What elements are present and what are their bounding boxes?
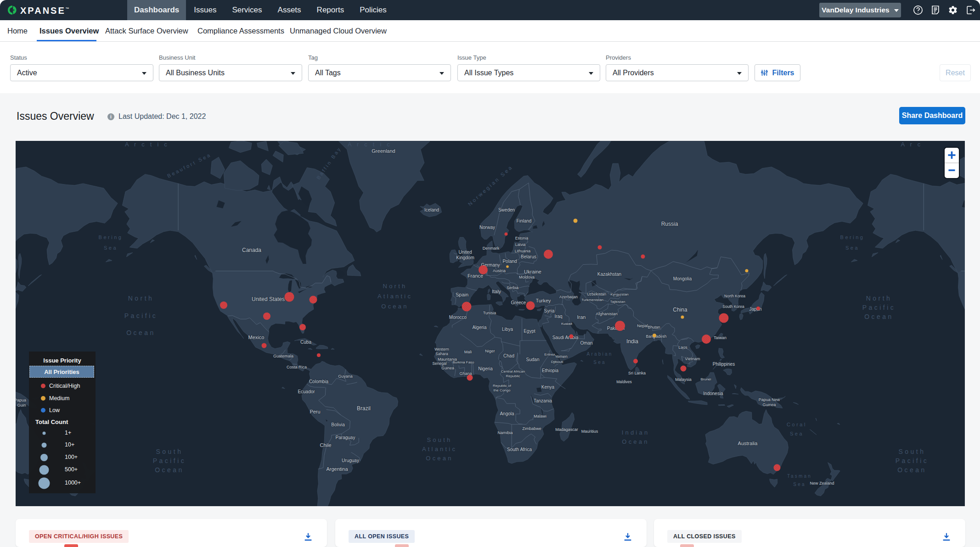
svg-text:Greece: Greece	[511, 300, 526, 305]
svg-text:India: India	[626, 338, 638, 345]
svg-text:Papua: Papua	[16, 398, 26, 402]
svg-text:Morocco: Morocco	[449, 315, 467, 320]
svg-text:Djibouti: Djibouti	[551, 360, 563, 364]
svg-text:Turkey: Turkey	[535, 298, 551, 303]
svg-text:Brunei: Brunei	[700, 377, 711, 381]
svg-text:Mexico: Mexico	[248, 335, 265, 340]
svg-text:Coral: Coral	[787, 422, 807, 427]
svg-text:Philippines: Philippines	[713, 362, 735, 367]
svg-text:A r c t i c: A r c t i c	[348, 141, 392, 148]
svg-text:Guinea: Guinea	[441, 366, 454, 370]
svg-text:Mongolia: Mongolia	[673, 276, 692, 281]
svg-text:Kingdom: Kingdom	[456, 255, 474, 260]
svg-text:Serbia: Serbia	[507, 285, 518, 290]
svg-text:Ocean: Ocean	[381, 303, 408, 310]
svg-text:New Zealand: New Zealand	[810, 481, 834, 486]
svg-text:Guinea: Guinea	[762, 402, 776, 407]
svg-text:South: South	[898, 448, 925, 455]
svg-text:Burkina Faso: Burkina Faso	[452, 360, 474, 364]
svg-text:Afghanistan: Afghanistan	[596, 312, 618, 316]
svg-text:Estonia: Estonia	[515, 236, 529, 240]
svg-text:Sahara: Sahara	[435, 352, 448, 356]
svg-text:Chad: Chad	[503, 353, 514, 358]
svg-text:Iceland: Iceland	[424, 207, 439, 212]
svg-text:Senegal: Senegal	[432, 361, 446, 366]
svg-text:Tanzania: Tanzania	[534, 398, 552, 403]
svg-text:Kuwait: Kuwait	[561, 322, 573, 326]
svg-text:Bolivia: Bolivia	[331, 422, 345, 427]
svg-text:Pacific: Pacific	[124, 312, 158, 319]
svg-text:Ukraine: Ukraine	[524, 269, 541, 274]
svg-text:Niger: Niger	[485, 349, 495, 353]
svg-text:Guin: Guin	[17, 403, 26, 407]
svg-text:Sri Lanka: Sri Lanka	[628, 371, 646, 375]
svg-text:Belarus: Belarus	[521, 254, 536, 259]
svg-text:Mauritius: Mauritius	[581, 429, 598, 434]
svg-text:North: North	[866, 295, 892, 302]
svg-text:Sea: Sea	[593, 360, 606, 365]
svg-text:Latvia: Latvia	[515, 242, 526, 247]
svg-text:Ocean: Ocean	[622, 438, 649, 445]
svg-text:Eritrea: Eritrea	[544, 352, 555, 357]
svg-text:Indian: Indian	[622, 429, 650, 436]
svg-text:Nigeria: Nigeria	[478, 366, 493, 371]
svg-text:Syria: Syria	[544, 308, 555, 313]
svg-text:Bhutan: Bhutan	[648, 325, 660, 329]
svg-text:South: South	[427, 436, 452, 443]
svg-text:Kyrgyzstan: Kyrgyzstan	[610, 292, 629, 296]
svg-text:Western: Western	[434, 347, 449, 352]
svg-text:Bangladesh: Bangladesh	[646, 334, 667, 339]
svg-text:Tasman: Tasman	[787, 474, 812, 479]
svg-text:Turkmenistan: Turkmenistan	[581, 298, 603, 302]
svg-text:Finland: Finland	[517, 218, 532, 223]
svg-text:Republic of: Republic of	[493, 384, 512, 388]
svg-text:A r c: A r c	[901, 141, 922, 148]
svg-text:Guyana: Guyana	[338, 374, 353, 379]
svg-text:Madagascar: Madagascar	[555, 427, 578, 432]
svg-text:Cuba: Cuba	[300, 340, 311, 345]
svg-text:Australia: Australia	[738, 441, 758, 446]
svg-text:Pacific: Pacific	[896, 457, 929, 464]
svg-text:South: South	[156, 448, 183, 455]
svg-text:Italy: Italy	[492, 289, 501, 294]
svg-text:North: North	[128, 295, 154, 302]
svg-text:the Congo: the Congo	[494, 388, 511, 392]
svg-text:Sea: Sea	[793, 482, 805, 487]
svg-text:Ocean: Ocean	[155, 466, 184, 474]
svg-text:Angola: Angola	[500, 411, 514, 416]
svg-text:Spain: Spain	[456, 292, 468, 297]
svg-text:North: North	[383, 283, 407, 290]
svg-text:Sudan: Sudan	[526, 357, 540, 362]
svg-text:Iran: Iran	[577, 314, 586, 320]
svg-text:Sea: Sea	[104, 245, 118, 251]
svg-text:Oman: Oman	[580, 340, 592, 346]
svg-text:Ocean: Ocean	[426, 455, 453, 462]
svg-text:Zimbabwe: Zimbabwe	[522, 426, 541, 431]
svg-text:Central African: Central African	[501, 369, 525, 374]
svg-text:Libya: Libya	[502, 327, 513, 332]
svg-text:Ocean: Ocean	[126, 329, 156, 336]
svg-text:Austria: Austria	[493, 268, 506, 273]
svg-text:Atlantic: Atlantic	[377, 293, 412, 300]
svg-text:Tajikistan: Tajikistan	[610, 300, 625, 304]
svg-text:Ethiopia: Ethiopia	[542, 368, 559, 373]
svg-text:United States: United States	[252, 296, 285, 302]
svg-text:Laos: Laos	[678, 345, 687, 350]
svg-text:Denmark: Denmark	[483, 246, 500, 251]
svg-text:Brazil: Brazil	[357, 405, 371, 412]
svg-text:Papua New: Papua New	[759, 397, 780, 402]
svg-text:Malawi: Malawi	[534, 414, 546, 419]
svg-text:Chile: Chile	[320, 442, 331, 448]
svg-text:Ecuador: Ecuador	[298, 389, 315, 394]
svg-text:Greenland: Greenland	[372, 148, 395, 154]
svg-text:Sea: Sea	[790, 431, 804, 436]
svg-text:Saudi Arabia: Saudi Arabia	[552, 335, 579, 340]
svg-text:Russia: Russia	[661, 221, 678, 227]
svg-text:France: France	[467, 273, 483, 279]
svg-text:Atlantic: Atlantic	[422, 446, 457, 452]
svg-text:Argentina: Argentina	[326, 466, 348, 472]
svg-text:Uruguay: Uruguay	[342, 458, 359, 463]
svg-text:United: United	[459, 250, 472, 255]
svg-text:Pacific: Pacific	[862, 304, 896, 311]
svg-text:A r c t i c: A r c t i c	[125, 141, 169, 148]
